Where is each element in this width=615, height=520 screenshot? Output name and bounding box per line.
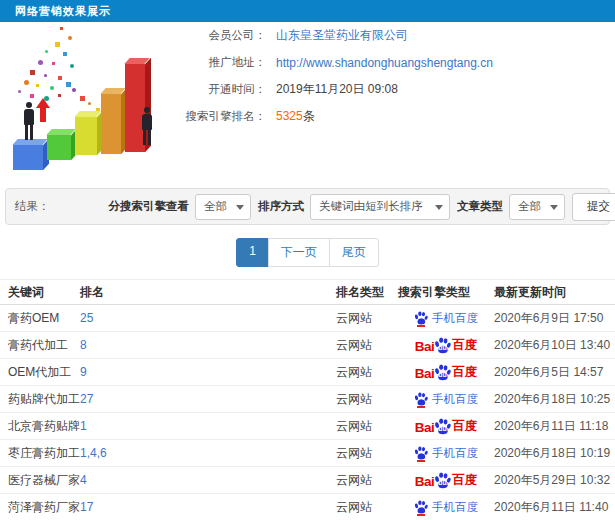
updated-time-cell: 2020年6月18日 10:25 (494, 386, 615, 413)
rank-type-cell: 云网站 (336, 494, 398, 520)
rank-cell[interactable]: 25 (80, 305, 336, 332)
confetti-dot (72, 88, 76, 92)
page-header: 网络营销效果展示 (0, 0, 615, 22)
filter-select-value: 全部 (518, 199, 541, 214)
table-row: 枣庄膏药加工 1,4,6 云网站 手机百度 2020年6月18日 10:19 (0, 440, 615, 467)
mobile-baidu-logo: 手机百度 (414, 446, 478, 461)
updated-time-cell: 2020年6月11日 11:18 (494, 413, 615, 440)
rank-type-cell: 云网站 (336, 305, 398, 332)
keyword-cell: OEM代加工 (0, 359, 80, 386)
rank-type-cell: 云网站 (336, 359, 398, 386)
confetti-dot (58, 94, 61, 97)
up-arrow-icon (36, 98, 50, 108)
confetti-dot (30, 94, 34, 98)
table-row: 膏药代加工 8 云网站 Baidu百度 2020年6月10日 13:40 (0, 332, 615, 359)
article-type-filter-select[interactable]: 全部 (509, 194, 565, 220)
engine-type-cell: 手机百度 (398, 305, 494, 332)
chevron-down-icon (550, 205, 558, 210)
submit-button[interactable]: 提交 (572, 193, 615, 221)
ranking-count: 5325 (276, 109, 303, 123)
pagination: 1下一页尾页 (0, 238, 615, 267)
chart-bar-4 (101, 94, 121, 154)
info-label: 开通时间： (170, 82, 266, 97)
rank-cell[interactable]: 27 (80, 386, 336, 413)
engine-filter-select[interactable]: 全部 (195, 194, 251, 220)
confetti-dot (52, 62, 55, 65)
rank-cell[interactable]: 1,4,6 (80, 440, 336, 467)
mobile-baidu-logo: 手机百度 (414, 311, 478, 326)
column-header: 关键词 (0, 280, 80, 305)
confetti-dot (38, 60, 43, 65)
baidu-paw-icon (414, 392, 428, 406)
rank-type-cell: 云网站 (336, 332, 398, 359)
table-header-row: 关键词排名排名类型搜索引擎类型最新更新时间 (0, 280, 615, 305)
confetti-dot (88, 102, 91, 105)
column-header: 排名类型 (336, 280, 398, 305)
confetti-dot (66, 82, 71, 87)
column-header: 搜索引擎类型 (398, 280, 494, 305)
confetti-dot (60, 27, 63, 30)
baidu-paw-icon (414, 500, 428, 514)
rank-cell[interactable]: 8 (80, 332, 336, 359)
businessman-figure-left (22, 102, 36, 140)
engine-type-cell: Baidu百度 (398, 413, 494, 440)
confetti-dot (44, 74, 47, 77)
keyword-cell: 膏药OEM (0, 305, 80, 332)
company-info-section: 会员公司： 山东皇圣堂药业有限公司 推广地址： http://www.shand… (0, 22, 615, 188)
updated-time-cell: 2020年6月18日 10:19 (494, 440, 615, 467)
filter-group: 排序方式 关键词由短到长排序 (258, 194, 450, 220)
rank-cell[interactable]: 9 (80, 359, 336, 386)
info-value[interactable]: 山东皇圣堂药业有限公司 (276, 27, 408, 44)
updated-time-cell: 2020年6月9日 17:50 (494, 305, 615, 332)
table-row: 膏药OEM 25 云网站 手机百度 2020年6月9日 17:50 (0, 305, 615, 332)
baidu-paw-icon (414, 311, 428, 325)
page-title: 网络营销效果展示 (0, 4, 111, 19)
rank-type-cell: 云网站 (336, 467, 398, 494)
page-button[interactable]: 尾页 (329, 238, 379, 267)
filter-group: 分搜索引擎查看 全部 (109, 194, 252, 220)
baidu-logo: Baidu百度 (415, 472, 478, 489)
filter-label: 排序方式 (258, 199, 304, 214)
table-row: OEM代加工 9 云网站 Baidu百度 2020年6月5日 14:57 (0, 359, 615, 386)
column-header: 最新更新时间 (494, 280, 615, 305)
info-value: 5325条 (276, 108, 315, 125)
engine-type-cell: 手机百度 (398, 386, 494, 413)
rank-cell[interactable]: 17 (80, 494, 336, 520)
filter-bar: 结果： 分搜索引擎查看 全部 排序方式 关键词由短到长排序 文章类型 全部 提交 (5, 188, 610, 225)
rank-cell[interactable]: 1 (80, 413, 336, 440)
filter-select-value: 全部 (204, 199, 227, 214)
result-label: 结果： (6, 199, 50, 214)
baidu-paw-icon: du (434, 364, 451, 381)
confetti-dot (63, 52, 67, 56)
engine-type-cell: 手机百度 (398, 494, 494, 520)
page-button-current[interactable]: 1 (236, 238, 269, 267)
keyword-cell: 北京膏药贴牌 (0, 413, 80, 440)
info-row: 会员公司： 山东皇圣堂药业有限公司 (170, 22, 493, 49)
confetti-dot (70, 64, 74, 68)
table-row: 药贴牌代加工 27 云网站 手机百度 2020年6月18日 10:25 (0, 386, 615, 413)
chart-bar-3 (75, 117, 97, 155)
info-label: 搜索引擎排名： (170, 109, 266, 124)
confetti-dot (24, 80, 29, 85)
page-button[interactable]: 下一页 (268, 238, 330, 267)
updated-time-cell: 2020年6月11日 11:40 (494, 494, 615, 520)
info-value[interactable]: http://www.shandonghuangshengtang.cn (276, 56, 493, 70)
baidu-logo: Baidu百度 (415, 364, 478, 381)
engine-type-cell: Baidu百度 (398, 332, 494, 359)
rank-type-cell: 云网站 (336, 386, 398, 413)
keyword-cell: 枣庄膏药加工 (0, 440, 80, 467)
company-info-list: 会员公司： 山东皇圣堂药业有限公司 推广地址： http://www.shand… (170, 22, 493, 130)
keyword-cell: 医疗器械厂家 (0, 467, 80, 494)
baidu-logo: Baidu百度 (415, 337, 478, 354)
info-row: 搜索引擎排名： 5325条 (170, 103, 493, 130)
table-row: 北京膏药贴牌 1 云网站 Baidu百度 2020年6月11日 11:18 (0, 413, 615, 440)
info-label: 会员公司： (170, 28, 266, 43)
updated-time-cell: 2020年5月29日 10:32 (494, 467, 615, 494)
info-row: 推广地址： http://www.shandonghuangshengtang.… (170, 49, 493, 76)
keyword-cell: 菏泽膏药厂家 (0, 494, 80, 520)
confetti-dot (80, 96, 85, 101)
chevron-down-icon (236, 205, 244, 210)
table-row: 医疗器械厂家 4 云网站 Baidu百度 2020年5月29日 10:32 (0, 467, 615, 494)
sort-filter-select[interactable]: 关键词由短到长排序 (310, 194, 450, 220)
rank-cell[interactable]: 4 (80, 467, 336, 494)
